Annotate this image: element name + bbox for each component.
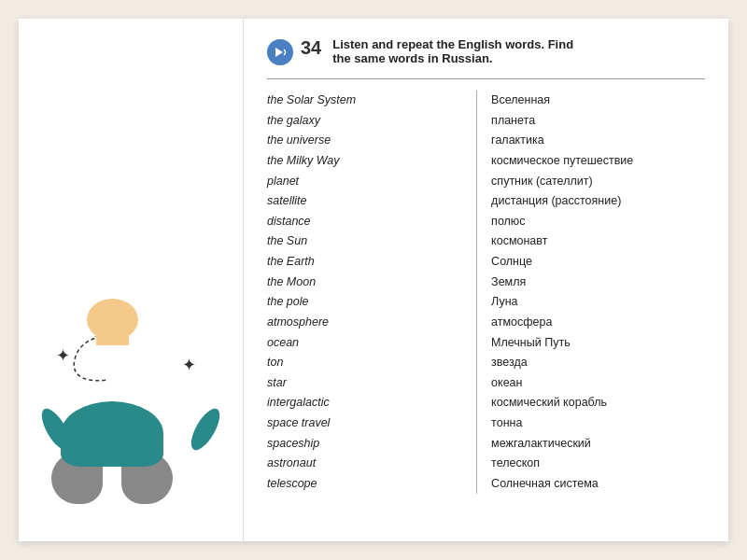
russian-word: межгалактический (491, 434, 705, 454)
word-table: the Solar Systemthe galaxythe universeth… (267, 91, 705, 494)
character-torso (61, 401, 163, 467)
russian-word: телескоп (491, 454, 705, 473)
russian-word: Луна (491, 292, 705, 312)
english-word: intergalactic (267, 393, 462, 413)
english-word: distance (267, 212, 462, 231)
english-word: ocean (267, 333, 462, 353)
character-illustration: ✦ ✦ ✦ (47, 299, 215, 504)
english-word: the Milky Way (267, 151, 462, 171)
illustration-panel: ✦ ✦ ✦ (19, 19, 243, 541)
english-word: atmosphere (267, 313, 462, 332)
audio-icon[interactable] (267, 39, 293, 65)
english-word: satellite (267, 191, 462, 211)
english-word: the pole (267, 292, 462, 312)
english-word: planet (267, 172, 462, 191)
russian-word: океан (491, 373, 705, 393)
english-word: star (267, 373, 462, 393)
russian-word: Солнечная система (491, 474, 705, 494)
english-word: the Sun (267, 231, 462, 251)
svg-marker-0 (275, 48, 283, 57)
english-word: the Solar System (267, 91, 462, 110)
star-icon-3: ✦ (182, 355, 196, 375)
page-background: ✦ ✦ ✦ (0, 0, 747, 560)
russian-word: тонна (491, 413, 705, 433)
exercise-instruction: Listen and repeat the English words. Fin… (332, 37, 573, 65)
russian-word: космическое путешествие (491, 151, 705, 171)
english-word: astronaut (267, 454, 462, 473)
russian-word: атмосфера (491, 313, 705, 332)
english-column: the Solar Systemthe galaxythe universeth… (267, 91, 477, 494)
russian-word: космонавт (491, 231, 705, 251)
english-word: telescope (267, 474, 462, 494)
english-word: ton (267, 353, 462, 372)
russian-word: космический корабль (491, 393, 705, 413)
exercise-panel: 34 Listen and repeat the English words. … (243, 19, 728, 541)
russian-word: спутник (сателлит) (491, 172, 705, 191)
russian-column: Вселеннаяпланетагалактикакосмическое пут… (477, 91, 705, 494)
english-word: the universe (267, 131, 462, 150)
arm-right (186, 404, 225, 454)
russian-word: Млечный Путь (491, 333, 705, 353)
russian-word: дистанция (расстояние) (491, 191, 705, 211)
english-word: the Moon (267, 273, 462, 292)
exercise-number: 34 (301, 37, 321, 59)
character-head (87, 299, 138, 341)
russian-word: полюс (491, 212, 705, 231)
exercise-header: 34 Listen and repeat the English words. … (267, 37, 705, 65)
english-word: the galaxy (267, 111, 462, 131)
header-divider (267, 78, 705, 79)
english-word: space travel (267, 413, 462, 433)
book-page: ✦ ✦ ✦ (19, 19, 728, 541)
russian-word: звезда (491, 353, 705, 372)
russian-word: планета (491, 111, 705, 131)
english-word: spaceship (267, 434, 462, 454)
russian-word: Солнце (491, 252, 705, 272)
english-word: the Earth (267, 252, 462, 272)
russian-word: галактика (491, 131, 705, 150)
russian-word: Земля (491, 273, 705, 292)
russian-word: Вселенная (491, 91, 705, 110)
